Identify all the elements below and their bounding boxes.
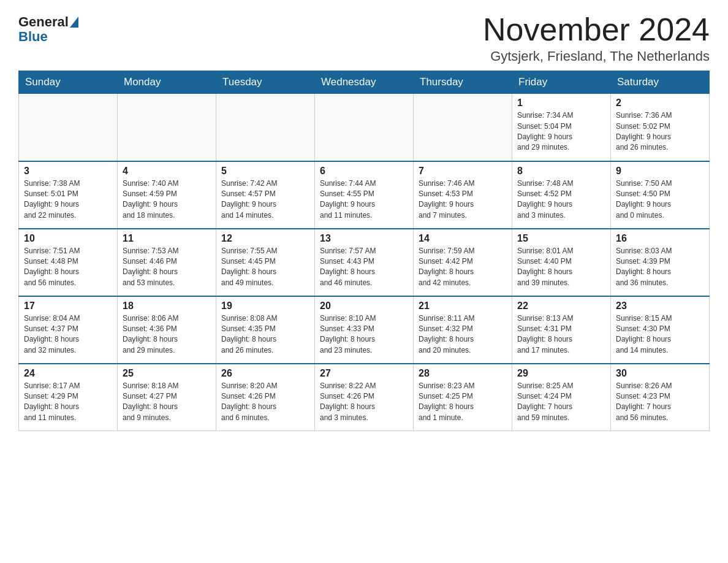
calendar-cell: 23Sunrise: 8:15 AM Sunset: 4:30 PM Dayli… xyxy=(611,296,710,364)
calendar-cell: 9Sunrise: 7:50 AM Sunset: 4:50 PM Daylig… xyxy=(611,161,710,229)
calendar-cell: 1Sunrise: 7:34 AM Sunset: 5:04 PM Daylig… xyxy=(512,94,611,161)
day-number: 9 xyxy=(616,166,704,177)
day-number: 5 xyxy=(221,166,309,177)
calendar-cell: 21Sunrise: 8:11 AM Sunset: 4:32 PM Dayli… xyxy=(414,296,512,364)
calendar-week-row: 1Sunrise: 7:34 AM Sunset: 5:04 PM Daylig… xyxy=(19,94,710,161)
calendar-cell: 19Sunrise: 8:08 AM Sunset: 4:35 PM Dayli… xyxy=(216,296,315,364)
day-info: Sunrise: 7:42 AM Sunset: 4:57 PM Dayligh… xyxy=(221,178,309,221)
weekday-header-monday: Monday xyxy=(118,71,216,94)
day-info: Sunrise: 8:15 AM Sunset: 4:30 PM Dayligh… xyxy=(616,313,704,356)
day-number: 12 xyxy=(221,233,309,244)
calendar-week-row: 3Sunrise: 7:38 AM Sunset: 5:01 PM Daylig… xyxy=(19,161,710,229)
calendar-cell: 11Sunrise: 7:53 AM Sunset: 4:46 PM Dayli… xyxy=(118,229,216,296)
day-info: Sunrise: 8:23 AM Sunset: 4:25 PM Dayligh… xyxy=(419,381,507,424)
calendar-cell: 2Sunrise: 7:36 AM Sunset: 5:02 PM Daylig… xyxy=(611,94,710,161)
day-info: Sunrise: 7:38 AM Sunset: 5:01 PM Dayligh… xyxy=(24,178,112,221)
day-number: 29 xyxy=(517,368,605,379)
day-info: Sunrise: 8:10 AM Sunset: 4:33 PM Dayligh… xyxy=(320,313,408,356)
calendar-cell: 30Sunrise: 8:26 AM Sunset: 4:23 PM Dayli… xyxy=(611,364,710,431)
day-info: Sunrise: 8:25 AM Sunset: 4:24 PM Dayligh… xyxy=(517,381,605,424)
day-number: 7 xyxy=(419,166,507,177)
day-info: Sunrise: 7:40 AM Sunset: 4:59 PM Dayligh… xyxy=(123,178,211,221)
day-info: Sunrise: 8:26 AM Sunset: 4:23 PM Dayligh… xyxy=(616,381,704,424)
day-number: 18 xyxy=(123,301,211,312)
day-number: 25 xyxy=(123,368,211,379)
calendar-cell: 16Sunrise: 8:03 AM Sunset: 4:39 PM Dayli… xyxy=(611,229,710,296)
weekday-header-sunday: Sunday xyxy=(19,71,118,94)
day-info: Sunrise: 7:59 AM Sunset: 4:42 PM Dayligh… xyxy=(419,246,507,289)
day-number: 23 xyxy=(616,301,704,312)
calendar-cell: 17Sunrise: 8:04 AM Sunset: 4:37 PM Dayli… xyxy=(19,296,118,364)
day-info: Sunrise: 8:08 AM Sunset: 4:35 PM Dayligh… xyxy=(221,313,309,356)
weekday-header-tuesday: Tuesday xyxy=(216,71,315,94)
day-number: 10 xyxy=(24,233,112,244)
calendar-cell: 5Sunrise: 7:42 AM Sunset: 4:57 PM Daylig… xyxy=(216,161,315,229)
calendar-cell: 22Sunrise: 8:13 AM Sunset: 4:31 PM Dayli… xyxy=(512,296,611,364)
day-info: Sunrise: 7:53 AM Sunset: 4:46 PM Dayligh… xyxy=(123,246,211,289)
day-info: Sunrise: 8:13 AM Sunset: 4:31 PM Dayligh… xyxy=(517,313,605,356)
logo-general-text: General xyxy=(18,15,69,29)
title-area: November 2024 Gytsjerk, Friesland, The N… xyxy=(483,12,710,64)
logo-blue-text: Blue xyxy=(18,29,48,44)
day-number: 30 xyxy=(616,368,704,379)
calendar-cell: 26Sunrise: 8:20 AM Sunset: 4:26 PM Dayli… xyxy=(216,364,315,431)
calendar-cell xyxy=(216,94,315,161)
day-number: 4 xyxy=(123,166,211,177)
calendar-cell: 27Sunrise: 8:22 AM Sunset: 4:26 PM Dayli… xyxy=(315,364,414,431)
day-number: 13 xyxy=(320,233,408,244)
logo-triangle-icon xyxy=(70,17,78,28)
calendar-week-row: 10Sunrise: 7:51 AM Sunset: 4:48 PM Dayli… xyxy=(19,229,710,296)
calendar-cell: 13Sunrise: 7:57 AM Sunset: 4:43 PM Dayli… xyxy=(315,229,414,296)
day-number: 17 xyxy=(24,301,112,312)
day-info: Sunrise: 8:20 AM Sunset: 4:26 PM Dayligh… xyxy=(221,381,309,424)
month-title: November 2024 xyxy=(483,12,710,47)
day-number: 14 xyxy=(419,233,507,244)
day-number: 6 xyxy=(320,166,408,177)
day-number: 20 xyxy=(320,301,408,312)
day-info: Sunrise: 7:51 AM Sunset: 4:48 PM Dayligh… xyxy=(24,246,112,289)
calendar-cell: 8Sunrise: 7:48 AM Sunset: 4:52 PM Daylig… xyxy=(512,161,611,229)
day-info: Sunrise: 8:17 AM Sunset: 4:29 PM Dayligh… xyxy=(24,381,112,424)
calendar-cell: 20Sunrise: 8:10 AM Sunset: 4:33 PM Dayli… xyxy=(315,296,414,364)
calendar-cell: 4Sunrise: 7:40 AM Sunset: 4:59 PM Daylig… xyxy=(118,161,216,229)
page-header: General Blue November 2024 Gytsjerk, Fri… xyxy=(18,12,710,64)
calendar-cell: 12Sunrise: 7:55 AM Sunset: 4:45 PM Dayli… xyxy=(216,229,315,296)
day-number: 24 xyxy=(24,368,112,379)
weekday-header-wednesday: Wednesday xyxy=(315,71,414,94)
day-info: Sunrise: 8:22 AM Sunset: 4:26 PM Dayligh… xyxy=(320,381,408,424)
calendar-cell: 14Sunrise: 7:59 AM Sunset: 4:42 PM Dayli… xyxy=(414,229,512,296)
day-info: Sunrise: 8:18 AM Sunset: 4:27 PM Dayligh… xyxy=(123,381,211,424)
calendar-cell: 15Sunrise: 8:01 AM Sunset: 4:40 PM Dayli… xyxy=(512,229,611,296)
day-number: 27 xyxy=(320,368,408,379)
day-info: Sunrise: 7:48 AM Sunset: 4:52 PM Dayligh… xyxy=(517,178,605,221)
day-number: 19 xyxy=(221,301,309,312)
weekday-header-row: SundayMondayTuesdayWednesdayThursdayFrid… xyxy=(19,71,710,94)
day-number: 28 xyxy=(419,368,507,379)
day-number: 26 xyxy=(221,368,309,379)
calendar-week-row: 17Sunrise: 8:04 AM Sunset: 4:37 PM Dayli… xyxy=(19,296,710,364)
day-info: Sunrise: 8:03 AM Sunset: 4:39 PM Dayligh… xyxy=(616,246,704,289)
calendar-cell: 10Sunrise: 7:51 AM Sunset: 4:48 PM Dayli… xyxy=(19,229,118,296)
logo: General Blue xyxy=(18,12,80,45)
day-info: Sunrise: 7:50 AM Sunset: 4:50 PM Dayligh… xyxy=(616,178,704,221)
day-number: 21 xyxy=(419,301,507,312)
day-info: Sunrise: 8:11 AM Sunset: 4:32 PM Dayligh… xyxy=(419,313,507,356)
day-info: Sunrise: 7:57 AM Sunset: 4:43 PM Dayligh… xyxy=(320,246,408,289)
day-number: 2 xyxy=(616,98,704,109)
calendar-cell: 6Sunrise: 7:44 AM Sunset: 4:55 PM Daylig… xyxy=(315,161,414,229)
calendar-week-row: 24Sunrise: 8:17 AM Sunset: 4:29 PM Dayli… xyxy=(19,364,710,431)
calendar-cell: 29Sunrise: 8:25 AM Sunset: 4:24 PM Dayli… xyxy=(512,364,611,431)
calendar-cell xyxy=(315,94,414,161)
calendar-cell: 25Sunrise: 8:18 AM Sunset: 4:27 PM Dayli… xyxy=(118,364,216,431)
calendar-cell xyxy=(19,94,118,161)
day-info: Sunrise: 8:01 AM Sunset: 4:40 PM Dayligh… xyxy=(517,246,605,289)
day-info: Sunrise: 7:55 AM Sunset: 4:45 PM Dayligh… xyxy=(221,246,309,289)
day-number: 16 xyxy=(616,233,704,244)
day-info: Sunrise: 7:36 AM Sunset: 5:02 PM Dayligh… xyxy=(616,110,704,153)
calendar-cell xyxy=(118,94,216,161)
weekday-header-friday: Friday xyxy=(512,71,611,94)
calendar-cell: 28Sunrise: 8:23 AM Sunset: 4:25 PM Dayli… xyxy=(414,364,512,431)
calendar-cell: 24Sunrise: 8:17 AM Sunset: 4:29 PM Dayli… xyxy=(19,364,118,431)
day-info: Sunrise: 7:46 AM Sunset: 4:53 PM Dayligh… xyxy=(419,178,507,221)
day-info: Sunrise: 8:04 AM Sunset: 4:37 PM Dayligh… xyxy=(24,313,112,356)
